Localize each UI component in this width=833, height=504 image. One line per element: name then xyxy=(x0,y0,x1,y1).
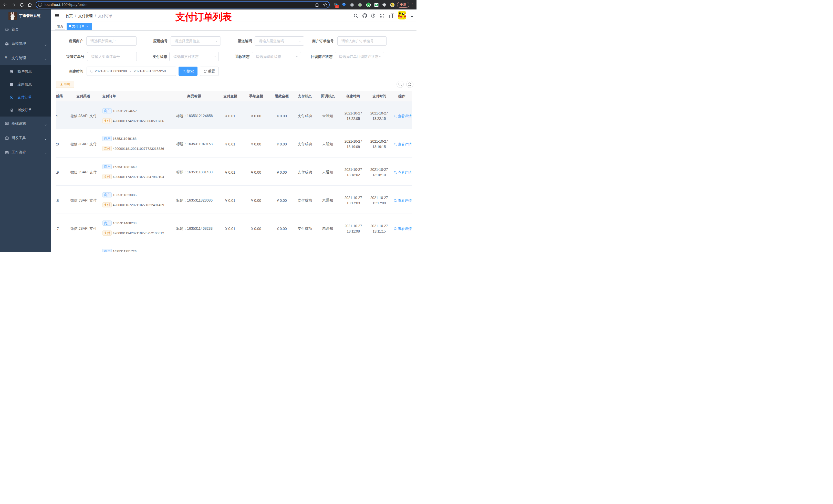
svg-text:y: y xyxy=(368,3,370,6)
svg-text:⌘: ⌘ xyxy=(351,4,353,6)
